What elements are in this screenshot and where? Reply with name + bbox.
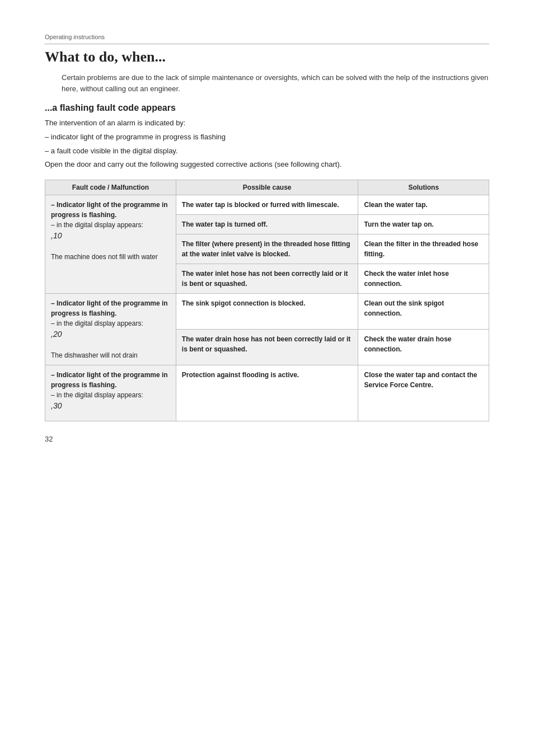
section-heading: ...a flashing fault code appears <box>45 103 489 113</box>
body-line-4: Open the door and carry out the followin… <box>45 159 489 171</box>
body-line-1: The intervention of an alarm is indicate… <box>45 118 489 129</box>
solution-cell-1-4: Check the water inlet hose connection. <box>358 264 489 294</box>
cause-cell-1-2: The water tap is turned off. <box>176 215 358 234</box>
cause-cell-1-1: The water tap is blocked or furred with … <box>176 195 358 215</box>
col-header-fault: Fault code / Malfunction <box>45 180 176 195</box>
cause-cell-3-1: Protection against flooding is active. <box>176 365 358 421</box>
solution-cell-1-2: Turn the water tap on. <box>358 215 489 234</box>
solution-cell-1-1: Clean the water tap. <box>358 195 489 215</box>
solution-cell-3-1: Close the water tap and contact the Serv… <box>358 365 489 421</box>
intro-text: Certain problems are due to the lack of … <box>62 72 489 94</box>
table-row: – Indicator light of the programme in pr… <box>45 365 489 421</box>
solution-cell-2-1: Clean out the sink spigot connection. <box>358 294 489 330</box>
solution-cell-2-2: Check the water drain hose connection. <box>358 330 489 365</box>
table-row: – Indicator light of the programme in pr… <box>45 294 489 330</box>
cause-cell-1-3: The filter (where present) in the thread… <box>176 234 358 264</box>
fault-table: Fault code / Malfunction Possible cause … <box>45 180 489 421</box>
col-header-solution: Solutions <box>358 180 489 195</box>
fault-cell-3: – Indicator light of the programme in pr… <box>45 365 176 421</box>
col-header-cause: Possible cause <box>176 180 358 195</box>
solution-cell-1-3: Clean the filter in the threaded hose fi… <box>358 234 489 264</box>
cause-cell-1-4: The water inlet hose has not been correc… <box>176 264 358 294</box>
cause-cell-2-2: The water drain hose has not been correc… <box>176 330 358 365</box>
table-row: – Indicator light of the programme in pr… <box>45 195 489 215</box>
fault-cell-2: – Indicator light of the programme in pr… <box>45 294 176 365</box>
body-line-3: – a fault code visible in the digital di… <box>45 145 489 157</box>
fault-cell-1: – Indicator light of the programme in pr… <box>45 195 176 294</box>
page-title: What to do, when... <box>45 49 489 65</box>
page-number: 32 <box>45 435 489 443</box>
body-line-2: – indicator light of the programme in pr… <box>45 132 489 143</box>
cause-cell-2-1: The sink spigot connection is blocked. <box>176 294 358 330</box>
breadcrumb: Operating instructions <box>45 34 489 44</box>
